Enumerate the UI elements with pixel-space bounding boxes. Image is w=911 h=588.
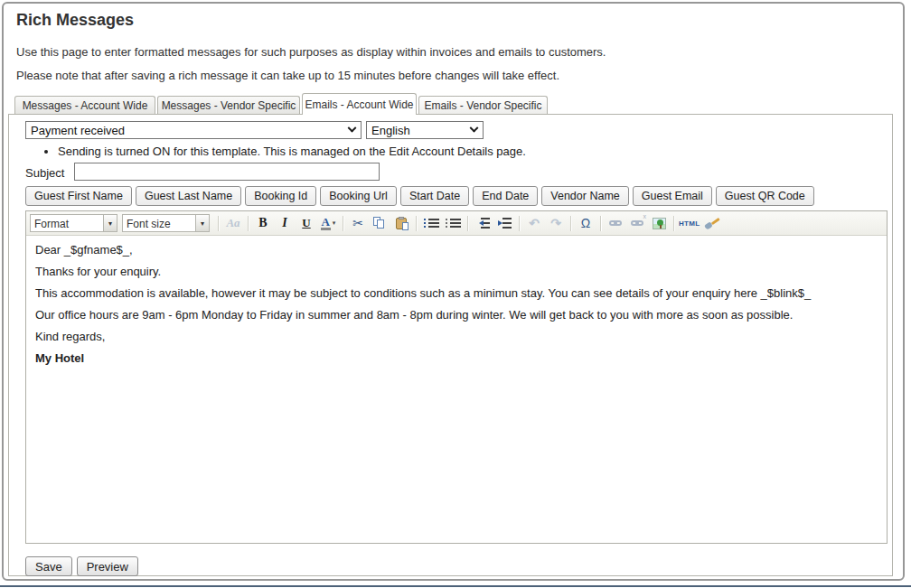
intro-text-1: Use this page to enter formatted message… bbox=[16, 45, 606, 59]
tab-emails-account-wide[interactable]: Emails - Account Wide bbox=[302, 93, 417, 115]
message-paragraph: This accommodation is available, however… bbox=[35, 286, 878, 300]
format-select-value: Format bbox=[31, 215, 103, 231]
subject-label: Subject bbox=[25, 166, 64, 180]
chevron-down-icon[interactable]: ▾ bbox=[103, 215, 117, 231]
tab-bar: Messages - Account Wide Messages - Vendo… bbox=[14, 93, 548, 114]
chevron-down-icon: ▾ bbox=[333, 219, 336, 227]
copy-button[interactable] bbox=[370, 214, 390, 232]
booking-url-token-button[interactable]: Booking Url bbox=[320, 186, 397, 206]
editor-toolbar: Format ▾ Font size ▾ Aa B I bbox=[26, 211, 887, 236]
cut-icon: ✂ bbox=[352, 216, 363, 230]
end-date-token-button[interactable]: End Date bbox=[473, 186, 538, 206]
message-paragraph: Kind regards, bbox=[35, 330, 878, 343]
start-date-token-button[interactable]: Start Date bbox=[400, 186, 469, 206]
chevron-down-icon[interactable]: ▾ bbox=[195, 215, 209, 231]
decrease-indent-button[interactable] bbox=[473, 214, 493, 232]
undo-icon: ↶ bbox=[529, 216, 540, 230]
language-select-value: English bbox=[371, 124, 410, 137]
bold-button[interactable]: B bbox=[253, 214, 273, 232]
italic-icon: I bbox=[282, 216, 286, 230]
unlink-button[interactable]: x bbox=[627, 214, 647, 232]
guest-first-name-token-button[interactable]: Guest First Name bbox=[25, 186, 132, 206]
tab-emails-vendor-specific[interactable]: Emails - Vendor Specific bbox=[418, 96, 548, 114]
font-style-button[interactable]: Aa bbox=[223, 214, 243, 232]
html-source-button[interactable]: HTML bbox=[679, 214, 700, 232]
editor-body[interactable]: Dear _$gfname$_, Thanks for your enquiry… bbox=[26, 236, 887, 544]
template-select-value: Payment received bbox=[31, 124, 125, 137]
link-button[interactable] bbox=[606, 214, 625, 232]
bulleted-list-button[interactable] bbox=[421, 214, 441, 232]
insert-image-icon bbox=[653, 218, 666, 229]
page-title: Rich Messages bbox=[16, 11, 134, 30]
font-style-icon: Aa bbox=[226, 216, 239, 230]
message-signature: My Hotel bbox=[35, 351, 878, 365]
save-button[interactable]: Save bbox=[25, 556, 72, 576]
format-select[interactable]: Format ▾ bbox=[30, 214, 117, 232]
increase-indent-button[interactable] bbox=[494, 214, 514, 232]
toolbar-separator bbox=[343, 216, 343, 231]
rich-messages-page: Rich Messages Use this page to enter for… bbox=[2, 2, 905, 581]
underline-icon: U bbox=[302, 216, 310, 230]
text-color-button[interactable]: A ▾ bbox=[318, 214, 338, 232]
subject-input[interactable] bbox=[74, 163, 380, 181]
toolbar-separator bbox=[673, 216, 674, 231]
action-button-row: Save Preview bbox=[25, 556, 138, 576]
text-color-icon: A bbox=[321, 217, 331, 230]
font-size-select[interactable]: Font size ▾ bbox=[122, 214, 210, 232]
special-character-button[interactable]: Ω bbox=[576, 214, 596, 232]
preview-button[interactable]: Preview bbox=[77, 556, 138, 576]
italic-button[interactable]: I bbox=[275, 214, 295, 232]
numbered-list-button[interactable] bbox=[443, 214, 463, 232]
unlink-burst-icon: x bbox=[643, 213, 647, 219]
toolbar-separator bbox=[600, 216, 601, 231]
token-button-row: Guest First Name Guest Last Name Booking… bbox=[25, 186, 814, 206]
toolbar-separator bbox=[416, 216, 417, 231]
sending-status-text: Sending is turned ON for this template. … bbox=[58, 145, 526, 158]
html-source-icon: HTML bbox=[679, 219, 700, 228]
booking-id-token-button[interactable]: Booking Id bbox=[245, 186, 316, 206]
sending-status-notice: Sending is turned ON for this template. … bbox=[45, 145, 526, 158]
guest-email-token-button[interactable]: Guest Email bbox=[633, 186, 712, 206]
underline-button[interactable]: U bbox=[296, 214, 316, 232]
message-paragraph: Our office hours are 9am - 6pm Monday to… bbox=[35, 308, 878, 322]
copy-icon bbox=[373, 217, 386, 229]
guest-qr-code-token-button[interactable]: Guest QR Code bbox=[716, 186, 814, 206]
chevron-down-icon bbox=[470, 123, 479, 132]
insert-image-button[interactable] bbox=[649, 214, 669, 232]
clean-format-brush-icon bbox=[705, 217, 718, 229]
bulleted-list-icon bbox=[424, 219, 439, 228]
toolbar-separator bbox=[519, 216, 520, 231]
special-character-icon: Ω bbox=[581, 216, 590, 230]
font-size-select-value: Font size bbox=[123, 215, 195, 231]
bold-icon: B bbox=[258, 216, 267, 230]
toolbar-separator bbox=[467, 216, 468, 231]
redo-button[interactable]: ↷ bbox=[546, 214, 566, 232]
intro-text-2: Please note that after saving a rich mes… bbox=[16, 69, 559, 82]
vendor-name-token-button[interactable]: Vendor Name bbox=[541, 186, 628, 206]
toolbar-separator bbox=[218, 216, 219, 231]
message-paragraph: Dear _$gfname$_, bbox=[35, 243, 878, 257]
tab-panel: Payment received English Sending is turn… bbox=[8, 114, 893, 576]
paste-button[interactable] bbox=[391, 214, 411, 232]
toolbar-separator bbox=[248, 216, 249, 231]
language-select[interactable]: English bbox=[366, 121, 484, 139]
toolbar-separator bbox=[570, 216, 571, 231]
unlink-icon bbox=[631, 220, 643, 226]
chevron-down-icon bbox=[348, 123, 357, 132]
tab-messages-account-wide[interactable]: Messages - Account Wide bbox=[14, 96, 155, 114]
paste-icon bbox=[396, 218, 407, 229]
link-icon bbox=[609, 220, 622, 226]
redo-icon: ↷ bbox=[550, 216, 561, 230]
numbered-list-icon bbox=[446, 219, 461, 228]
message-paragraph: Thanks for your enquiry. bbox=[35, 265, 878, 278]
cut-button[interactable]: ✂ bbox=[348, 214, 368, 232]
clean-format-button[interactable] bbox=[701, 214, 721, 232]
guest-last-name-token-button[interactable]: Guest Last Name bbox=[136, 186, 241, 206]
rich-text-editor: Format ▾ Font size ▾ Aa B I bbox=[25, 210, 888, 544]
decrease-indent-icon bbox=[476, 218, 490, 229]
template-select[interactable]: Payment received bbox=[25, 121, 362, 139]
increase-indent-icon bbox=[498, 218, 512, 229]
undo-button[interactable]: ↶ bbox=[524, 214, 544, 232]
page-bottom-edge bbox=[0, 585, 911, 587]
tab-messages-vendor-specific[interactable]: Messages - Vendor Specific bbox=[157, 96, 300, 114]
